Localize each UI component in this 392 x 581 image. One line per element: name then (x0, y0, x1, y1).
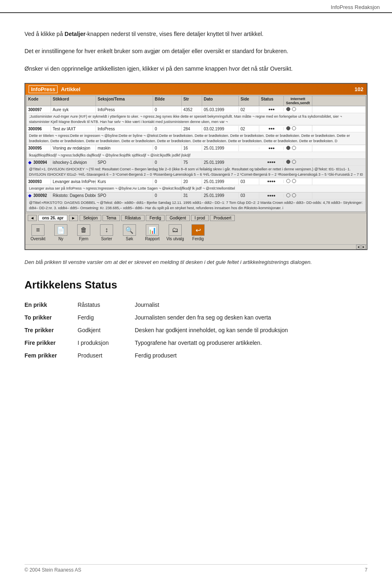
table-row[interactable]: 300097 Aure syk InfoPress 0 4352 05.03.1… (27, 106, 365, 125)
sorter-label: Sorter (101, 237, 112, 241)
cell-kode: ◆ 300094 (27, 159, 51, 165)
ferdig-label: Ferdig (192, 237, 204, 241)
sorter-button[interactable]: ↕ Sorter (96, 224, 117, 241)
app-title-number: 102 (354, 86, 363, 92)
cell-side (239, 161, 259, 163)
cell-dato: 03.02.1999 (202, 126, 239, 132)
article-main-row: ◆ 300094 ishockey-1.divisjon SPO 0 75 25… (27, 159, 365, 165)
cell-stikkord: ishockey-1.divisjon (51, 159, 96, 165)
cell-internet (284, 125, 312, 132)
page-header: InfoPress Redaksjon (0, 0, 392, 13)
col-str: Str (182, 96, 202, 106)
cell-seksjon: InfoPress (96, 107, 153, 113)
cell-side: 03 (239, 192, 259, 199)
table-row[interactable]: ◆ 300094 ishockey-1.divisjon SPO 0 75 25… (27, 159, 365, 178)
status-label-1: Råstatus (78, 299, 135, 311)
status-desc-3: Desken har godkjent inneholdet, og kan s… (135, 324, 368, 337)
toolbar-buttons: ≡ Oversikt 📄 Ny 🗑 Fjern ↕ Sorter 🔍 (28, 223, 364, 243)
nav-date-display: ons 26. apr (38, 215, 67, 221)
table-row[interactable]: ◆ 300092 Rikstoto: Dagens Dobbel SPO 0 3… (27, 192, 365, 212)
article-main-row: 300093 Levanger avisa InfoPress Kurs 0 2… (27, 178, 365, 185)
scroll-right-arrow[interactable]: ► (361, 245, 366, 249)
status-row-1: En prikk Råstatus Journalist (24, 299, 368, 311)
filter-raastatus-button[interactable]: Råstatus (121, 215, 145, 221)
cell-kode: 300096 (27, 126, 51, 132)
status-label-5: Produsert (78, 349, 135, 362)
rapport-icon: 📊 (146, 224, 159, 236)
nav-prev-button[interactable]: ◄ (28, 215, 37, 221)
articles-table: Kode Stikkord Seksjon/Tema Bilde Str Dat… (26, 96, 366, 212)
col-internett: InternettSendes,sendt (284, 96, 312, 106)
filter-produsert-button[interactable]: Produsert (210, 215, 235, 221)
cell-internet (284, 178, 312, 185)
cell-seksjon: InfoPress (96, 126, 153, 132)
filter-tema-button[interactable]: Tema (102, 215, 120, 221)
rapport-button[interactable]: 📊 Rapport (142, 224, 163, 241)
filter-ferdig-button[interactable]: Ferdig (146, 215, 165, 221)
cell-kode: 300097 (27, 107, 51, 113)
oversikt-label: Oversikt (31, 237, 46, 241)
nav-next-button[interactable]: ► (69, 215, 78, 221)
status-label-2: Ferdig (78, 311, 135, 324)
filter-godkjent-button[interactable]: Godkjent (166, 215, 189, 221)
cell-seksjon: SPO (96, 159, 153, 165)
scroll-left-arrow[interactable]: ◄ (356, 245, 361, 249)
ferdig-icon: ↩ (192, 224, 205, 236)
cell-bilde: 0 (153, 179, 182, 185)
sok-button[interactable]: 🔍 Søk (119, 224, 140, 241)
filter-iprod-button[interactable]: I prod (191, 215, 209, 221)
article-detail: lksajdfIksjdfIksdjf ¬ ngress:lsdkjflks d… (27, 152, 365, 159)
status-desc-4: Typografene har overtatt og produserer a… (135, 337, 368, 349)
status-desc-1: Journalist (135, 299, 368, 311)
cell-dato: 25.01.1999 (202, 179, 239, 185)
col-kode: Kode (27, 96, 51, 106)
ny-button[interactable]: 📄 Ny (51, 224, 71, 241)
filter-buttons: Seksjon Tema Råstatus Ferdig Godkjent I … (80, 215, 235, 221)
cell-bilde: 0 (153, 107, 182, 113)
intro-text-1b: -knappen nederst til venstre, vises fler… (85, 31, 263, 37)
cell-dato: 25.01.1999 (202, 145, 239, 151)
col-bilde: Bilde (153, 96, 182, 106)
fjern-button[interactable]: 🗑 Fjern (74, 224, 94, 241)
status-row-2: To prikker Ferdig Journalisten sender de… (24, 311, 368, 324)
cell-side: 02 (239, 107, 259, 113)
oversikt-button[interactable]: ≡ Oversikt (28, 224, 48, 241)
col-seksjon: Seksjon/Tema (96, 96, 153, 106)
article-main-row: 300097 Aure syk InfoPress 0 4352 05.03.1… (27, 106, 365, 113)
cell-internet (284, 159, 312, 165)
table-row[interactable]: 300095 Visning av redaksjon maskin 0 16 … (27, 145, 365, 159)
cell-status (259, 180, 284, 183)
cell-kode: 300093 (27, 179, 51, 185)
cell-kode: ◆ 300092 (27, 192, 51, 199)
status-prikk-2: To prikker (24, 311, 78, 324)
table-row[interactable]: 300096 Test av IAXT InfoPress 0 284 03.0… (27, 125, 365, 145)
cell-status (259, 108, 284, 111)
cell-internet (284, 106, 312, 113)
article-main-row: 300095 Visning av redaksjon maskin 0 16 … (27, 145, 365, 152)
cell-seksjon: Kurs (96, 179, 153, 185)
ferdig-button[interactable]: ↩ Ferdig (188, 224, 208, 241)
footer-page: 7 (365, 567, 368, 573)
cell-str: 31 (182, 192, 202, 199)
sok-label: Søk (126, 237, 133, 241)
status-row-5: Fem prikker Produsert Ferdig produsert (24, 349, 368, 362)
filter-seksjon-button[interactable]: Seksjon (80, 215, 102, 221)
col-side: Side (239, 96, 259, 106)
status-prikk-4: Fire prikker (24, 337, 78, 349)
status-label-3: Godkjent (78, 324, 135, 337)
intro-text-3: Ønsker vi den opprinnelige artikkelliste… (24, 65, 293, 72)
article-detail: ;Justisminister Aud-Inger Aure (KrF) er … (27, 113, 365, 125)
article-detail: Dette er tittelen ¬ ngress:Dette er ingr… (27, 132, 365, 144)
rapport-label: Rapport (145, 237, 160, 241)
status-prikk-1: En prikk (24, 299, 78, 311)
cell-status (259, 127, 284, 130)
status-table: En prikk Råstatus Journalist To prikker … (24, 299, 368, 362)
cell-str: 284 (182, 126, 202, 132)
table-row[interactable]: 300093 Levanger avisa InfoPress Kurs 0 2… (27, 178, 365, 192)
horizontal-scrollbar[interactable]: ◄ ► (25, 244, 367, 249)
intro-paragraph-1: Ved å klikke på Detaljer-knappen nederst… (24, 29, 368, 38)
cell-str: 16 (182, 145, 202, 151)
cell-str: 75 (182, 159, 202, 165)
cell-stikkord: Rikstoto: Dagens Dobbel (51, 192, 96, 199)
vis-utvalg-button[interactable]: 🗂 Vis utvalg (165, 224, 185, 241)
